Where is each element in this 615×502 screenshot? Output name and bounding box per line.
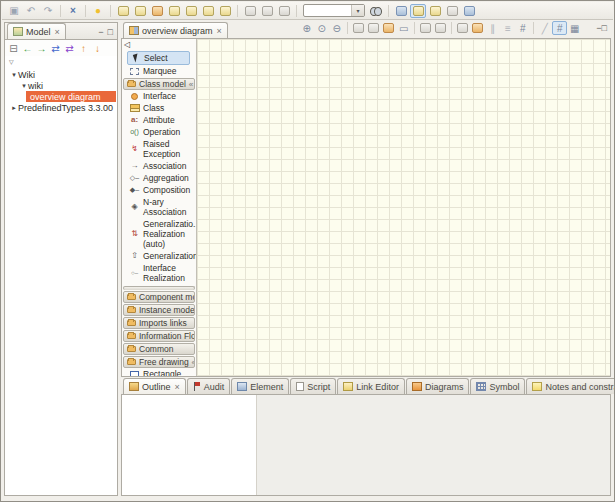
tree-item-wiki-package[interactable]: ▾ wiki bbox=[5, 80, 117, 91]
tab-link-editor[interactable]: Link Editor bbox=[337, 378, 405, 394]
distribute-h-icon[interactable]: ∥ bbox=[485, 21, 500, 35]
distribute-v-icon[interactable]: ≡ bbox=[500, 21, 515, 35]
outline-view-content[interactable] bbox=[122, 395, 257, 495]
navigate-forward-icon[interactable]: → bbox=[35, 42, 48, 55]
search-combo[interactable]: ▾ bbox=[303, 4, 365, 17]
show-grid-icon[interactable]: ▦ bbox=[567, 21, 582, 35]
group-pin-icon[interactable]: « bbox=[192, 358, 195, 367]
model-element-icon-3[interactable] bbox=[200, 4, 216, 18]
expander-icon[interactable]: ▾ bbox=[10, 71, 18, 79]
element-action-icon-1[interactable] bbox=[242, 4, 258, 18]
print-icon[interactable] bbox=[351, 21, 366, 35]
model-element-icon-4[interactable] bbox=[217, 4, 233, 18]
save-icon[interactable]: ▣ bbox=[6, 4, 22, 18]
palette-tool-aggregation[interactable]: ◇– Aggregation bbox=[122, 172, 196, 184]
undo-icon[interactable]: ↶ bbox=[23, 4, 39, 18]
palette-tool-nary-association[interactable]: ◈ N-ary Association bbox=[122, 196, 196, 218]
palette-tool-generalization-realization-auto[interactable]: ⇅ Generalizatio... Realization (auto) bbox=[122, 218, 196, 250]
palette-tool-association[interactable]: → Association bbox=[122, 160, 196, 172]
sync-selection-icon[interactable]: ⇄ bbox=[49, 42, 62, 55]
palette-tool-marquee[interactable]: Marquee bbox=[122, 65, 196, 77]
fit-page-icon[interactable]: ▭ bbox=[396, 21, 411, 35]
close-icon[interactable]: × bbox=[175, 382, 180, 392]
show-properties-icon[interactable] bbox=[444, 4, 460, 18]
zoom-in-icon[interactable]: ⊕ bbox=[299, 21, 314, 35]
tab-model[interactable]: Model × bbox=[7, 23, 66, 39]
tab-audit[interactable]: Audit bbox=[187, 378, 231, 394]
element-action-icon-3[interactable] bbox=[276, 4, 292, 18]
combo-caret-icon[interactable]: ▾ bbox=[351, 5, 364, 16]
palette-tool-rectangle[interactable]: Rectangle bbox=[122, 368, 196, 376]
sync-model-icon[interactable]: ⇄ bbox=[63, 42, 76, 55]
palette-group-partial[interactable] bbox=[123, 286, 195, 290]
edit-style-pencil-icon[interactable]: ╱ bbox=[537, 21, 552, 35]
tab-element[interactable]: Element bbox=[231, 378, 289, 394]
palette-tool-raised-exception[interactable]: ↯ Raised Exception bbox=[122, 138, 196, 160]
zoom-100-icon[interactable]: ⊙ bbox=[314, 21, 329, 35]
table-view-icon[interactable] bbox=[461, 4, 477, 18]
new-diagram-icon-3[interactable] bbox=[149, 4, 165, 18]
palette-tool-class[interactable]: Class bbox=[122, 102, 196, 114]
palette-group-common[interactable]: Common bbox=[123, 343, 195, 355]
palette-group-component-model[interactable]: Component mo... bbox=[123, 291, 195, 303]
new-diagram-icon-2[interactable] bbox=[132, 4, 148, 18]
minimize-icon[interactable]: − bbox=[98, 28, 103, 36]
expander-icon[interactable]: ▸ bbox=[10, 104, 18, 112]
palette-group-information-flow[interactable]: Information Flo... bbox=[123, 330, 195, 342]
tab-notes-and-constraints[interactable]: Notes and constraints bbox=[526, 378, 615, 394]
palette-group-free-drawing[interactable]: Free drawing « bbox=[123, 356, 195, 368]
expander-icon[interactable]: ▾ bbox=[20, 82, 28, 90]
navigate-back-icon[interactable]: ← bbox=[21, 42, 34, 55]
hatch-grid-icon[interactable]: # bbox=[515, 21, 530, 35]
pin-toggle-icon[interactable] bbox=[410, 4, 426, 18]
maximize-icon[interactable]: □ bbox=[108, 28, 113, 36]
find-binoculars-icon[interactable] bbox=[368, 4, 384, 18]
open-folder-icon[interactable] bbox=[393, 4, 409, 18]
align-left-icon[interactable] bbox=[455, 21, 470, 35]
export-image-icon[interactable] bbox=[381, 21, 396, 35]
maximize-icon[interactable]: □ bbox=[602, 24, 607, 32]
close-icon[interactable]: × bbox=[55, 27, 60, 37]
palette-tool-composition[interactable]: ◆– Composition bbox=[122, 184, 196, 196]
zoom-out-icon[interactable]: ⊖ bbox=[329, 21, 344, 35]
collapse-all-icon[interactable]: ⊟ bbox=[7, 42, 20, 55]
configure-tools-icon[interactable]: × bbox=[65, 4, 81, 18]
palette-tool-interface-realization[interactable]: ○– Interface Realization bbox=[122, 262, 196, 284]
new-diagram-icon-1[interactable] bbox=[115, 4, 131, 18]
element-action-icon-2[interactable] bbox=[259, 4, 275, 18]
close-icon[interactable]: × bbox=[217, 26, 222, 36]
tab-overview-diagram[interactable]: overview diagram × bbox=[123, 22, 228, 38]
tab-symbol[interactable]: Symbol bbox=[470, 378, 525, 394]
palette-collapse-icon[interactable]: ◁ bbox=[124, 40, 130, 49]
diagram-canvas[interactable] bbox=[197, 39, 610, 376]
unmask-style-icon[interactable] bbox=[433, 21, 448, 35]
save-image-icon[interactable] bbox=[366, 21, 381, 35]
tip-lightbulb-icon[interactable]: ● bbox=[90, 4, 106, 18]
redo-icon[interactable]: ↷ bbox=[40, 4, 56, 18]
move-down-icon[interactable]: ↓ bbox=[91, 42, 104, 55]
tree-item-wiki-project[interactable]: ▾ Wiki bbox=[5, 69, 117, 80]
snap-to-grid-icon[interactable]: # bbox=[552, 21, 567, 35]
tab-diagrams[interactable]: Diagrams bbox=[406, 378, 470, 394]
tree-item-overview-diagram[interactable]: overview diagram bbox=[26, 91, 116, 102]
palette-tool-select[interactable]: Select bbox=[127, 51, 190, 65]
search-combo-input[interactable] bbox=[304, 6, 351, 15]
palette-group-instance-model[interactable]: Instance model bbox=[123, 304, 195, 316]
move-up-icon[interactable]: ↑ bbox=[77, 42, 90, 55]
mask-style-icon[interactable] bbox=[418, 21, 433, 35]
group-pin-icon[interactable]: « bbox=[189, 80, 193, 89]
palette-tool-interface[interactable]: Interface bbox=[122, 90, 196, 102]
tab-script[interactable]: Script bbox=[290, 378, 336, 394]
palette-tool-attribute[interactable]: a: Attribute bbox=[122, 114, 196, 126]
palette-group-imports-links[interactable]: Imports links bbox=[123, 317, 195, 329]
tab-outline[interactable]: Outline × bbox=[123, 378, 186, 394]
link-with-editor-icon[interactable] bbox=[427, 4, 443, 18]
model-element-icon-2[interactable] bbox=[183, 4, 199, 18]
model-element-icon-1[interactable] bbox=[166, 4, 182, 18]
palette-tool-operation[interactable]: o() Operation bbox=[122, 126, 196, 138]
palette-tool-generalization[interactable]: ⇧ Generalization bbox=[122, 250, 196, 262]
align-top-icon[interactable] bbox=[470, 21, 485, 35]
palette-group-class-model[interactable]: Class model « bbox=[123, 78, 195, 90]
tree-item-predefinedtypes[interactable]: ▸ PredefinedTypes 3.3.00 bbox=[5, 102, 117, 113]
view-menu-icon[interactable]: ▽ bbox=[9, 58, 14, 65]
